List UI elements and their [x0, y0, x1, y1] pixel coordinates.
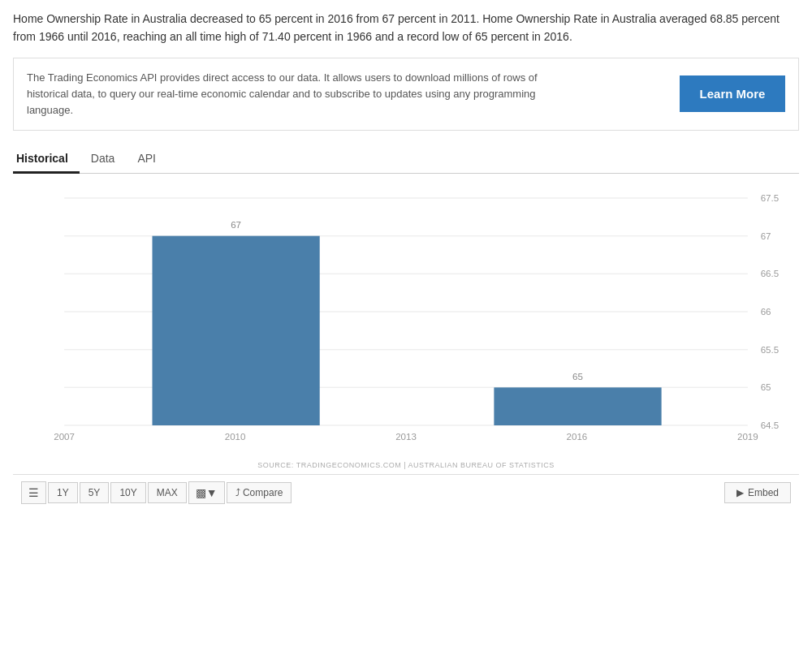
chart-area: .grid-line { stroke: #e8e8e8; stroke-wid…: [13, 174, 799, 469]
svg-text:65: 65: [761, 383, 771, 393]
description-text: Home Ownership Rate in Australia decreas…: [13, 10, 799, 46]
api-banner-text: The Trading Economics API provides direc…: [27, 70, 579, 119]
svg-text:67: 67: [231, 220, 241, 230]
1y-button[interactable]: 1Y: [48, 482, 78, 503]
bar-chart-container: .grid-line { stroke: #e8e8e8; stroke-wid…: [13, 182, 799, 458]
max-button[interactable]: MAX: [148, 482, 187, 503]
tab-api[interactable]: API: [126, 145, 167, 174]
embed-button[interactable]: ▶ Embed: [724, 482, 791, 503]
svg-text:67.5: 67.5: [761, 193, 780, 203]
chart-toolbar: ☰ 1Y 5Y 10Y MAX ▩▼ ⤴ Compare ▶ Embed: [13, 474, 799, 511]
svg-text:2007: 2007: [54, 432, 75, 442]
bar-2010: [153, 236, 320, 425]
svg-text:2019: 2019: [737, 432, 758, 442]
chart-type-button[interactable]: ▩▼: [188, 481, 225, 504]
svg-text:67: 67: [761, 231, 771, 241]
compare-icon: ⤴: [235, 487, 240, 498]
svg-text:2010: 2010: [225, 432, 246, 442]
svg-text:64.5: 64.5: [761, 420, 780, 430]
10y-button[interactable]: 10Y: [110, 482, 145, 503]
list-icon-button[interactable]: ☰: [21, 481, 46, 504]
svg-text:66.5: 66.5: [761, 269, 780, 279]
tabs-container: Historical Data API: [13, 145, 799, 174]
svg-text:65: 65: [572, 372, 583, 382]
svg-text:2013: 2013: [395, 432, 417, 442]
tab-historical[interactable]: Historical: [13, 145, 80, 174]
compare-button[interactable]: ⤴ Compare: [227, 482, 292, 503]
chart-source: SOURCE: TRADINGECONOMICS.COM | AUSTRALIA…: [13, 461, 799, 469]
embed-icon: ▶: [736, 487, 744, 498]
main-container: Home Ownership Rate in Australia decreas…: [0, 0, 812, 520]
bar-chart-svg: .grid-line { stroke: #e8e8e8; stroke-wid…: [13, 182, 799, 458]
5y-button[interactable]: 5Y: [80, 482, 110, 503]
svg-text:2016: 2016: [567, 432, 588, 442]
api-banner: The Trading Economics API provides direc…: [13, 58, 799, 131]
tab-data[interactable]: Data: [80, 145, 127, 174]
learn-more-button[interactable]: Learn More: [680, 75, 785, 112]
svg-text:66: 66: [761, 307, 771, 317]
svg-text:65.5: 65.5: [761, 345, 780, 355]
bar-2016: [494, 388, 661, 426]
